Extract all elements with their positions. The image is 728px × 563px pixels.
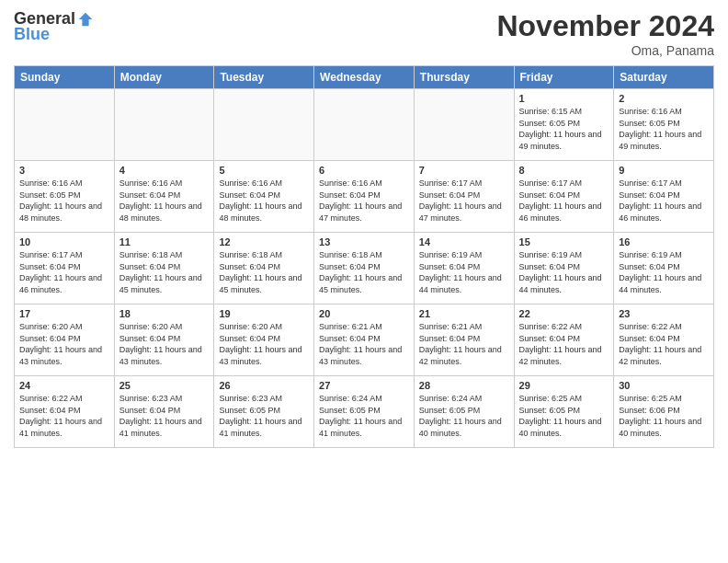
calendar-cell: 10Sunrise: 6:17 AM Sunset: 6:04 PM Dayli… <box>15 233 115 304</box>
calendar-cell: 16Sunrise: 6:19 AM Sunset: 6:04 PM Dayli… <box>614 233 714 304</box>
day-info: Sunrise: 6:21 AM Sunset: 6:04 PM Dayligh… <box>319 321 409 367</box>
day-info: Sunrise: 6:20 AM Sunset: 6:04 PM Dayligh… <box>219 321 309 367</box>
calendar-cell: 19Sunrise: 6:20 AM Sunset: 6:04 PM Dayli… <box>214 304 314 376</box>
calendar-cell: 26Sunrise: 6:23 AM Sunset: 6:05 PM Dayli… <box>214 376 314 448</box>
logo-blue-text: Blue <box>14 25 50 44</box>
day-info: Sunrise: 6:16 AM Sunset: 6:04 PM Dayligh… <box>319 178 409 224</box>
day-number: 6 <box>319 165 409 176</box>
day-number: 12 <box>219 236 309 247</box>
main-container: General Blue November 2024 Oma, Panama S… <box>0 0 728 457</box>
calendar-cell <box>414 89 514 161</box>
calendar-cell <box>15 89 115 161</box>
logo-icon <box>77 11 94 28</box>
day-number: 15 <box>519 236 609 247</box>
day-number: 3 <box>19 165 109 176</box>
col-wednesday: Wednesday <box>314 66 415 89</box>
col-friday: Friday <box>514 66 614 89</box>
day-number: 4 <box>119 165 210 176</box>
calendar-cell: 5Sunrise: 6:16 AM Sunset: 6:04 PM Daylig… <box>214 161 314 233</box>
day-info: Sunrise: 6:25 AM Sunset: 6:06 PM Dayligh… <box>619 393 709 439</box>
day-info: Sunrise: 6:16 AM Sunset: 6:04 PM Dayligh… <box>119 178 210 224</box>
day-number: 19 <box>219 308 309 319</box>
calendar-cell: 15Sunrise: 6:19 AM Sunset: 6:04 PM Dayli… <box>514 233 614 304</box>
day-number: 20 <box>319 308 409 319</box>
day-number: 25 <box>119 380 210 391</box>
day-info: Sunrise: 6:17 AM Sunset: 6:04 PM Dayligh… <box>619 178 709 224</box>
month-title: November 2024 <box>496 9 714 43</box>
day-number: 7 <box>419 165 509 176</box>
day-info: Sunrise: 6:22 AM Sunset: 6:04 PM Dayligh… <box>519 321 609 367</box>
day-number: 29 <box>519 380 609 391</box>
calendar-cell: 12Sunrise: 6:18 AM Sunset: 6:04 PM Dayli… <box>214 233 314 304</box>
day-info: Sunrise: 6:23 AM Sunset: 6:04 PM Dayligh… <box>119 393 210 439</box>
day-number: 10 <box>19 236 109 247</box>
calendar-cell: 22Sunrise: 6:22 AM Sunset: 6:04 PM Dayli… <box>514 304 614 376</box>
logo: General Blue <box>14 9 94 44</box>
day-number: 13 <box>319 236 409 247</box>
col-sunday: Sunday <box>15 66 115 89</box>
calendar-cell: 29Sunrise: 6:25 AM Sunset: 6:05 PM Dayli… <box>514 376 614 448</box>
day-number: 14 <box>419 236 509 247</box>
calendar-cell: 28Sunrise: 6:24 AM Sunset: 6:05 PM Dayli… <box>414 376 514 448</box>
calendar-cell: 17Sunrise: 6:20 AM Sunset: 6:04 PM Dayli… <box>15 304 115 376</box>
calendar-week-row: 10Sunrise: 6:17 AM Sunset: 6:04 PM Dayli… <box>15 233 714 304</box>
day-info: Sunrise: 6:19 AM Sunset: 6:04 PM Dayligh… <box>419 249 509 295</box>
day-info: Sunrise: 6:18 AM Sunset: 6:04 PM Dayligh… <box>219 249 309 295</box>
calendar-cell: 7Sunrise: 6:17 AM Sunset: 6:04 PM Daylig… <box>414 161 514 233</box>
day-info: Sunrise: 6:17 AM Sunset: 6:04 PM Dayligh… <box>19 249 109 295</box>
calendar-week-row: 24Sunrise: 6:22 AM Sunset: 6:04 PM Dayli… <box>15 376 714 448</box>
calendar-header-row: Sunday Monday Tuesday Wednesday Thursday… <box>15 66 714 89</box>
day-info: Sunrise: 6:17 AM Sunset: 6:04 PM Dayligh… <box>519 178 609 224</box>
calendar-cell: 8Sunrise: 6:17 AM Sunset: 6:04 PM Daylig… <box>514 161 614 233</box>
day-info: Sunrise: 6:18 AM Sunset: 6:04 PM Dayligh… <box>319 249 409 295</box>
day-number: 24 <box>19 380 109 391</box>
day-number: 16 <box>619 236 709 247</box>
location: Oma, Panama <box>496 43 714 58</box>
col-tuesday: Tuesday <box>214 66 314 89</box>
svg-marker-0 <box>79 12 92 25</box>
day-info: Sunrise: 6:24 AM Sunset: 6:05 PM Dayligh… <box>419 393 509 439</box>
calendar-cell: 18Sunrise: 6:20 AM Sunset: 6:04 PM Dayli… <box>114 304 214 376</box>
day-info: Sunrise: 6:24 AM Sunset: 6:05 PM Dayligh… <box>319 393 409 439</box>
day-number: 5 <box>219 165 309 176</box>
calendar-cell: 11Sunrise: 6:18 AM Sunset: 6:04 PM Dayli… <box>114 233 214 304</box>
calendar-cell: 2Sunrise: 6:16 AM Sunset: 6:05 PM Daylig… <box>614 89 714 161</box>
calendar-cell: 9Sunrise: 6:17 AM Sunset: 6:04 PM Daylig… <box>614 161 714 233</box>
day-number: 18 <box>119 308 210 319</box>
day-info: Sunrise: 6:16 AM Sunset: 6:05 PM Dayligh… <box>619 106 709 152</box>
col-monday: Monday <box>114 66 214 89</box>
calendar-cell: 1Sunrise: 6:15 AM Sunset: 6:05 PM Daylig… <box>514 89 614 161</box>
calendar-cell: 20Sunrise: 6:21 AM Sunset: 6:04 PM Dayli… <box>314 304 415 376</box>
calendar-cell: 13Sunrise: 6:18 AM Sunset: 6:04 PM Dayli… <box>314 233 415 304</box>
day-info: Sunrise: 6:21 AM Sunset: 6:04 PM Dayligh… <box>419 321 509 367</box>
day-info: Sunrise: 6:22 AM Sunset: 6:04 PM Dayligh… <box>19 393 109 439</box>
calendar-cell: 30Sunrise: 6:25 AM Sunset: 6:06 PM Dayli… <box>614 376 714 448</box>
day-number: 22 <box>519 308 609 319</box>
calendar-cell: 14Sunrise: 6:19 AM Sunset: 6:04 PM Dayli… <box>414 233 514 304</box>
day-info: Sunrise: 6:19 AM Sunset: 6:04 PM Dayligh… <box>519 249 609 295</box>
day-number: 30 <box>619 380 709 391</box>
day-info: Sunrise: 6:16 AM Sunset: 6:04 PM Dayligh… <box>219 178 309 224</box>
day-number: 11 <box>119 236 210 247</box>
day-number: 28 <box>419 380 509 391</box>
day-number: 23 <box>619 308 709 319</box>
col-thursday: Thursday <box>414 66 514 89</box>
calendar-table: Sunday Monday Tuesday Wednesday Thursday… <box>14 65 714 448</box>
day-number: 9 <box>619 165 709 176</box>
calendar-cell: 25Sunrise: 6:23 AM Sunset: 6:04 PM Dayli… <box>114 376 214 448</box>
day-info: Sunrise: 6:16 AM Sunset: 6:05 PM Dayligh… <box>19 178 109 224</box>
day-info: Sunrise: 6:15 AM Sunset: 6:05 PM Dayligh… <box>519 106 609 152</box>
calendar-cell: 24Sunrise: 6:22 AM Sunset: 6:04 PM Dayli… <box>15 376 115 448</box>
calendar-cell: 3Sunrise: 6:16 AM Sunset: 6:05 PM Daylig… <box>15 161 115 233</box>
day-info: Sunrise: 6:17 AM Sunset: 6:04 PM Dayligh… <box>419 178 509 224</box>
day-info: Sunrise: 6:22 AM Sunset: 6:04 PM Dayligh… <box>619 321 709 367</box>
day-number: 26 <box>219 380 309 391</box>
day-info: Sunrise: 6:20 AM Sunset: 6:04 PM Dayligh… <box>19 321 109 367</box>
calendar-cell <box>314 89 415 161</box>
day-info: Sunrise: 6:25 AM Sunset: 6:05 PM Dayligh… <box>519 393 609 439</box>
calendar-cell <box>214 89 314 161</box>
calendar-cell: 21Sunrise: 6:21 AM Sunset: 6:04 PM Dayli… <box>414 304 514 376</box>
calendar-cell: 6Sunrise: 6:16 AM Sunset: 6:04 PM Daylig… <box>314 161 415 233</box>
day-number: 8 <box>519 165 609 176</box>
day-number: 21 <box>419 308 509 319</box>
